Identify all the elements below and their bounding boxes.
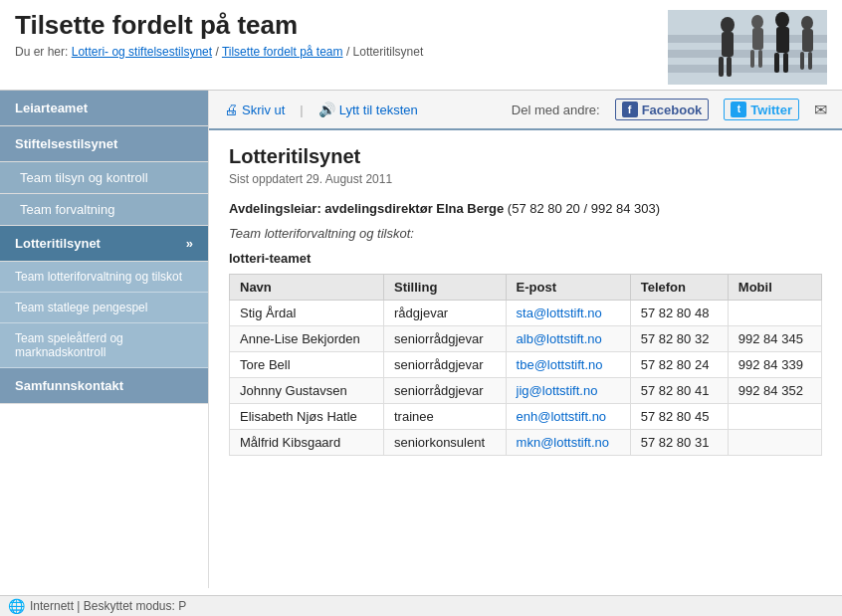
cell-mobil <box>728 301 821 326</box>
email-link[interactable]: alb@lottstift.no <box>517 331 602 346</box>
cell-telefon: 57 82 80 45 <box>630 404 728 430</box>
cell-mobil: 992 84 352 <box>728 378 821 404</box>
main-layout: Leiarteamet Stiftelsestilsynet Team tils… <box>0 91 842 588</box>
svg-rect-7 <box>727 57 732 77</box>
twitter-icon: t <box>731 102 746 117</box>
last-updated: Sist oppdatert 29. August 2011 <box>229 172 822 186</box>
cell-navn: Elisabeth Njøs Hatle <box>230 404 384 430</box>
sidebar-item-team-tilsyn[interactable]: Team tilsyn og kontroll <box>0 162 208 194</box>
svg-rect-5 <box>722 32 734 57</box>
twitter-button[interactable]: t Twitter <box>724 99 799 120</box>
cell-stilling: seniorkonsulent <box>384 430 507 456</box>
table-row: Tore Bellseniorrådgjevartbe@lottstift.no… <box>230 352 822 378</box>
cell-mobil <box>728 404 821 430</box>
svg-point-8 <box>751 15 763 29</box>
cell-navn: Johnny Gustavsen <box>230 378 384 404</box>
cell-navn: Målfrid Kibsgaard <box>230 430 384 456</box>
email-link[interactable]: sta@lottstift.no <box>517 306 602 320</box>
cell-epost: jig@lottstift.no <box>506 378 630 404</box>
cell-mobil: 992 84 345 <box>728 326 821 352</box>
cell-navn: Tore Bell <box>230 352 384 378</box>
cell-stilling: rådgjevar <box>384 301 507 326</box>
table-row: Anne-Lise Bekjordenseniorrådgjevaralb@lo… <box>230 326 822 352</box>
cell-epost: sta@lottstift.no <box>506 301 630 326</box>
col-epost: E-post <box>506 275 630 301</box>
cell-navn: Anne-Lise Bekjorden <box>230 326 384 352</box>
dept-leader-name: Avdelingsleiar: avdelingsdirektør Elna B… <box>229 201 504 216</box>
col-mobil: Mobil <box>728 275 821 301</box>
sidebar-item-team-forvaltning[interactable]: Team forvaltning <box>0 194 208 226</box>
page-title: Tilsette fordelt på team <box>15 10 423 41</box>
table-header-row: Navn Stilling E-post Telefon Mobil <box>230 275 822 301</box>
cell-stilling: seniorrådgjevar <box>384 326 507 352</box>
svg-rect-14 <box>774 53 779 73</box>
col-telefon: Telefon <box>630 275 728 301</box>
svg-rect-19 <box>808 52 812 70</box>
email-link[interactable]: jig@lottstift.no <box>517 383 598 398</box>
cell-stilling: seniorrådgjevar <box>384 378 507 404</box>
cell-telefon: 57 82 80 31 <box>630 430 728 456</box>
svg-rect-17 <box>802 29 813 52</box>
svg-point-16 <box>801 16 813 30</box>
sidebar-item-speleaatferd[interactable]: Team speleåtferd og marknadskontroll <box>0 323 208 368</box>
breadcrumb-link-2[interactable]: Tilsette fordelt på team <box>222 45 343 59</box>
table-row: Stig Årdalrådgjevarsta@lottstift.no57 82… <box>230 301 822 326</box>
table-row: Målfrid Kibsgaardseniorkonsulentmkn@lott… <box>230 430 822 456</box>
content-area: Lotteritilsynet Sist oppdatert 29. Augus… <box>209 130 842 471</box>
cell-stilling: seniorrådgjevar <box>384 352 507 378</box>
team-name: lotteri-teamet <box>229 251 822 266</box>
dept-leader-phone: (57 82 80 20 / 992 84 303) <box>508 201 660 216</box>
svg-rect-10 <box>750 50 754 68</box>
svg-rect-9 <box>752 28 763 50</box>
col-stilling: Stilling <box>384 275 507 301</box>
email-link[interactable]: mkn@lottstift.no <box>517 435 609 450</box>
print-button[interactable]: Skriv ut <box>224 102 285 117</box>
sidebar-item-lotteriforvaltning[interactable]: Team lotteriforvaltning og tilskot <box>0 262 208 293</box>
header-image <box>668 10 827 85</box>
cell-telefon: 57 82 80 24 <box>630 352 728 378</box>
page-header: Tilsette fordelt på team Du er her: Lott… <box>0 0 842 91</box>
cell-epost: tbe@lottstift.no <box>506 352 630 378</box>
sidebar-item-lotteritilsynet[interactable]: Lotteritilsynet » <box>0 226 208 262</box>
breadcrumb: Du er her: Lotteri- og stiftelsestilsyne… <box>15 45 423 59</box>
cell-epost: enh@lottstift.no <box>506 404 630 430</box>
facebook-button[interactable]: f Facebook <box>615 99 710 120</box>
audio-icon <box>318 102 335 117</box>
content-title: Lotteritilsynet <box>229 145 822 168</box>
cell-telefon: 57 82 80 32 <box>630 326 728 352</box>
breadcrumb-prefix: Du er her: <box>15 45 68 59</box>
table-row: Johnny Gustavsenseniorrådgjevarjig@lotts… <box>230 378 822 404</box>
col-navn: Navn <box>230 275 384 301</box>
cell-mobil: 992 84 339 <box>728 352 821 378</box>
svg-point-12 <box>775 12 789 28</box>
cell-telefon: 57 82 80 41 <box>630 378 728 404</box>
sidebar-item-leiarteamet[interactable]: Leiarteamet <box>0 91 208 126</box>
staff-table: Navn Stilling E-post Telefon Mobil Stig … <box>229 274 822 456</box>
dept-leader: Avdelingsleiar: avdelingsdirektør Elna B… <box>229 201 822 216</box>
cell-stilling: trainee <box>384 404 507 430</box>
svg-point-4 <box>721 17 735 33</box>
table-row: Elisabeth Njøs Hatletraineeenh@lottstift… <box>230 404 822 430</box>
svg-rect-11 <box>758 50 762 68</box>
sidebar: Leiarteamet Stiftelsestilsynet Team tils… <box>0 91 209 588</box>
email-button[interactable]: ✉ <box>814 101 827 119</box>
arrow-icon: » <box>186 236 193 251</box>
svg-rect-15 <box>783 53 788 73</box>
svg-rect-13 <box>776 27 789 53</box>
cell-telefon: 57 82 80 48 <box>630 301 728 326</box>
email-link[interactable]: tbe@lottstift.no <box>517 357 603 372</box>
breadcrumb-link-1[interactable]: Lotteri- og stiftelsestilsynet <box>72 45 212 59</box>
sidebar-item-stiftelsestilsynet[interactable]: Stiftelsestilsynet <box>0 126 208 162</box>
team-description: Team lotteriforvaltning og tilskot: <box>229 226 822 241</box>
cell-navn: Stig Årdal <box>230 301 384 326</box>
share-label: Del med andre: <box>512 103 600 117</box>
svg-rect-18 <box>800 52 804 70</box>
email-link[interactable]: enh@lottstift.no <box>517 409 607 424</box>
breadcrumb-current: Lotteritilsynet <box>353 45 424 59</box>
sidebar-item-statlege[interactable]: Team statlege pengespel <box>0 293 208 323</box>
sidebar-item-samfunnskontakt[interactable]: Samfunnskontakt <box>0 368 208 404</box>
toolbar: Skriv ut | Lytt til teksten Del med andr… <box>209 91 842 130</box>
audio-button[interactable]: Lytt til teksten <box>318 102 418 117</box>
print-icon <box>224 102 238 117</box>
cell-epost: alb@lottstift.no <box>506 326 630 352</box>
